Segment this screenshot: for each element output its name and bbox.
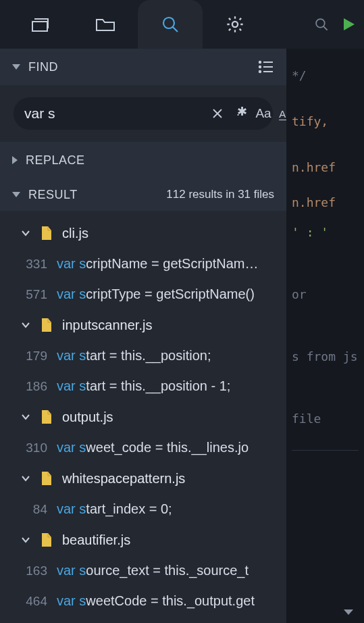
file-name: cli.js — [62, 226, 88, 241]
match-text: var scriptName = getScriptNam… — [57, 254, 258, 273]
chevron-down-icon — [20, 320, 31, 330]
find-section-header[interactable]: FIND — [0, 49, 286, 85]
svg-line-5 — [323, 26, 328, 30]
match-text: var scriptType = getScriptName() — [57, 284, 255, 303]
find-input-wrap: .✱ Aa Abl — [14, 97, 273, 130]
gear-icon — [226, 15, 244, 34]
file-name: beautifier.js — [62, 532, 130, 548]
find-input[interactable] — [24, 105, 201, 122]
play-icon[interactable] — [342, 17, 356, 32]
svg-point-3 — [232, 22, 238, 27]
match-text: var start_index = 0; — [57, 499, 172, 518]
result-count: 112 results in 31 files — [166, 188, 274, 201]
file-name: output.js — [62, 409, 113, 425]
replace-section-header[interactable]: REPLACE — [0, 142, 286, 178]
result-section-header[interactable]: RESULT 112 results in 31 files — [0, 178, 286, 211]
list-icon[interactable] — [258, 60, 274, 74]
code-line: s from js — [292, 342, 359, 372]
file-icon — [41, 532, 53, 547]
match-line[interactable]: 571var scriptType = getScriptName() — [0, 279, 286, 309]
match-line[interactable]: 163var source_text = this._source_t — [0, 555, 286, 586]
svg-point-11 — [259, 71, 261, 72]
line-number: 310 — [16, 439, 47, 457]
file-header[interactable]: beautifier.js — [0, 524, 286, 555]
chevron-down-icon — [20, 473, 31, 484]
svg-marker-6 — [344, 18, 355, 30]
code-line: n.href — [292, 188, 359, 218]
folder-icon — [95, 16, 115, 32]
chevron-down-icon — [20, 228, 31, 239]
match-text: var start = this.__position; — [57, 346, 211, 365]
line-number: 571 — [16, 285, 47, 304]
editor-dropdown-icon[interactable] — [342, 608, 355, 616]
file-icon — [41, 226, 53, 241]
match-line[interactable]: 331var scriptName = getScriptNam… — [0, 249, 286, 279]
match-line[interactable]: 464var sweetCode = this._output.get — [0, 586, 286, 616]
svg-marker-15 — [344, 609, 353, 615]
tab-stack[interactable] — [8, 0, 73, 49]
editor-divider — [292, 450, 359, 451]
editor-peek: */ tify, n.href n.href ' : ' or s from j… — [286, 49, 364, 623]
chevron-down-icon — [12, 64, 20, 70]
chevron-down-icon — [12, 192, 20, 197]
file-header[interactable]: options.js — [0, 616, 286, 623]
file-header[interactable]: output.js — [0, 401, 286, 432]
code-line: ' : ' — [292, 218, 359, 247]
tab-search[interactable] — [138, 0, 203, 49]
stack-icon — [31, 16, 50, 32]
svg-point-7 — [259, 61, 261, 63]
file-header[interactable]: whitespacepattern.js — [0, 463, 286, 494]
line-number: 186 — [16, 377, 47, 396]
tab-folder[interactable] — [73, 0, 138, 49]
svg-line-2 — [173, 27, 178, 32]
svg-rect-0 — [32, 22, 47, 31]
results-list: cli.js331var scriptName = getScriptNam…5… — [0, 211, 286, 623]
file-icon — [41, 471, 53, 486]
find-input-row: .✱ Aa Abl — [0, 85, 286, 142]
match-text: var source_text = this._source_t — [57, 561, 249, 580]
find-label: FIND — [28, 60, 58, 74]
file-name: whitespacepattern.js — [62, 471, 185, 487]
match-line[interactable]: 186var start = this.__position - 1; — [0, 371, 286, 401]
svg-point-1 — [163, 18, 174, 28]
chevron-right-icon — [12, 156, 18, 164]
svg-point-4 — [316, 19, 325, 28]
code-line: tify, — [292, 107, 359, 136]
code-line: */ — [292, 61, 359, 91]
tab-settings[interactable] — [203, 0, 267, 49]
result-label: RESULT — [28, 188, 78, 202]
regex-icon[interactable]: .✱ — [234, 104, 247, 119]
chevron-down-icon — [20, 412, 31, 422]
code-line: or — [292, 280, 359, 309]
top-toolbar — [0, 0, 364, 49]
file-icon — [41, 318, 53, 332]
match-case-icon[interactable]: Aa — [257, 106, 270, 121]
file-header[interactable]: cli.js — [0, 218, 286, 249]
chevron-down-icon — [20, 534, 31, 545]
code-line: file — [292, 404, 359, 434]
line-number: 84 — [16, 500, 47, 519]
replace-label: REPLACE — [26, 153, 85, 168]
svg-point-9 — [259, 66, 261, 68]
match-text: var sweet_code = this.__lines.jo — [57, 438, 249, 457]
search-small-icon[interactable] — [314, 17, 329, 32]
clear-icon[interactable] — [211, 108, 224, 119]
file-name: inputscanner.js — [62, 318, 152, 333]
line-number: 331 — [16, 255, 47, 274]
match-line[interactable]: 84var start_index = 0; — [0, 494, 286, 524]
match-line[interactable]: 179var start = this.__position; — [0, 341, 286, 371]
match-text: var sweetCode = this._output.get — [57, 591, 255, 610]
file-header[interactable]: inputscanner.js — [0, 309, 286, 341]
line-number: 163 — [16, 562, 47, 580]
line-number: 179 — [16, 347, 47, 366]
match-line[interactable]: 310var sweet_code = this.__lines.jo — [0, 432, 286, 463]
file-icon — [41, 409, 53, 424]
code-line: n.href — [292, 153, 359, 182]
search-sidebar: FIND .✱ Aa Abl — [0, 49, 286, 623]
line-number: 464 — [16, 592, 47, 611]
search-icon — [161, 15, 180, 34]
match-text: var start = this.__position - 1; — [57, 376, 230, 395]
